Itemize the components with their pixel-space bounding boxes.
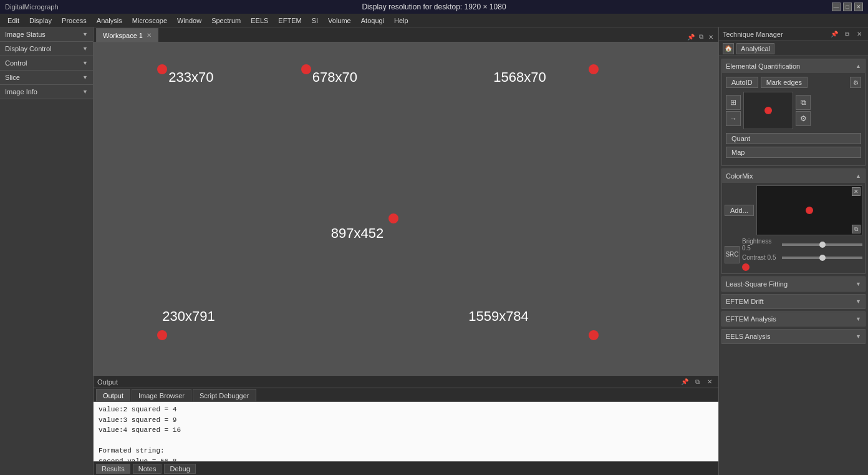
eq-gear-button[interactable]: ⚙: [850, 77, 861, 88]
technique-header-least-square-fitting[interactable]: Least-Square Fitting▼: [722, 277, 865, 291]
eq-action-map[interactable]: Map: [726, 147, 861, 158]
technique-header-colormix[interactable]: ColorMix▲: [722, 169, 865, 183]
output-pin-button[interactable]: 📌: [680, 377, 690, 387]
colormix-slider-row: SRCBrightness 0.5Contrast 0.5: [725, 238, 862, 271]
nav-label[interactable]: Analytical: [736, 43, 774, 54]
eq-arrow-icon[interactable]: →: [726, 111, 741, 126]
sidebar-section-image-status: Image Status▼: [0, 27, 93, 42]
colormix-slider-1[interactable]: [782, 257, 862, 259]
sidebar-arrow-image-info: ▼: [82, 89, 88, 95]
menu-item-eftem[interactable]: EFTEM: [273, 16, 306, 26]
right-panel-float-button[interactable]: ⧉: [842, 29, 852, 39]
output-footer-tab-results[interactable]: Results: [96, 464, 130, 474]
tab-close-panel-button[interactable]: ✕: [706, 32, 716, 42]
menu-item-spectrum[interactable]: Spectrum: [206, 16, 246, 26]
sidebar-header-image-info[interactable]: Image Info▼: [0, 85, 93, 99]
corner-dot-bl: [157, 330, 167, 340]
center-dot: [388, 213, 398, 223]
output-line: [99, 436, 713, 446]
technique-header-eftem-analysis[interactable]: EFTEM Analysis▼: [722, 312, 865, 326]
menu-item-window[interactable]: Window: [172, 16, 206, 26]
technique-label-eels-analysis: EELS Analysis: [726, 333, 771, 340]
menu-item-si[interactable]: SI: [307, 16, 323, 26]
tab-float-button[interactable]: ⧉: [696, 32, 706, 42]
right-panel-close-button[interactable]: ✕: [854, 29, 864, 39]
output-close-button[interactable]: ✕: [705, 377, 715, 387]
right-panel-title: Technique Manager: [723, 31, 783, 38]
center-area: Workspace 1 ✕ 📌 ⧉ ✕ 233x70 678x70 1568x7…: [94, 27, 718, 475]
output-content: value:2 squared = 4 value:3 squared = 9 …: [94, 402, 718, 461]
eq-action-quant[interactable]: Quant: [726, 133, 861, 144]
corner-dot-tc: [301, 64, 311, 74]
eq-btn-autoid[interactable]: AutoID: [726, 77, 758, 88]
sidebar-header-display-control[interactable]: Display Control▼: [0, 42, 93, 56]
eq-btn-mark-edges[interactable]: Mark edges: [761, 77, 808, 88]
tab-pin-button[interactable]: 📌: [686, 32, 696, 42]
workspace-tab[interactable]: Workspace 1 ✕: [96, 28, 158, 42]
coord-bl: 230x791: [162, 308, 215, 325]
close-button[interactable]: ✕: [854, 2, 863, 11]
sidebar-arrow-slice: ▼: [82, 74, 88, 81]
output-line: value:4 squared = 16: [99, 425, 713, 436]
right-panel-pin-button[interactable]: 📌: [829, 29, 839, 39]
eq-copy-icon[interactable]: ⧉: [796, 95, 811, 110]
technique-arrow-colormix: ▲: [856, 173, 861, 179]
sidebar-header-slice[interactable]: Slice▼: [0, 71, 93, 84]
output-tab-script-debugger[interactable]: Script Debugger: [193, 389, 256, 401]
output-footer-tab-notes[interactable]: Notes: [133, 464, 162, 474]
menu-item-edit[interactable]: Edit: [2, 16, 24, 26]
menu-item-help[interactable]: Help: [389, 16, 413, 26]
output-footer-tab-debug[interactable]: Debug: [164, 464, 195, 474]
output-float-button[interactable]: ⧉: [692, 377, 702, 387]
technique-label-colormix: ColorMix: [726, 172, 753, 180]
eq-table-icon[interactable]: ⊞: [726, 95, 741, 110]
workspace-area: 233x70 678x70 1568x70 230x791 1559x784 8…: [94, 42, 718, 375]
output-line: value:2 squared = 4: [99, 404, 713, 415]
colormix-close-button[interactable]: ✕: [852, 187, 861, 196]
maximize-button[interactable]: □: [843, 2, 852, 11]
eq-settings-icon[interactable]: ⚙: [796, 111, 811, 126]
menu-item-volume[interactable]: Volume: [323, 16, 356, 26]
minimize-button[interactable]: —: [832, 2, 841, 11]
left-sidebar: Image Status▼Display Control▼Control▼Sli…: [0, 27, 94, 475]
menu-item-atoqugi[interactable]: Atoqugi: [356, 16, 389, 26]
sidebar-label-image-info: Image Info: [5, 88, 37, 95]
title-bar: DigitalMicrograph Display resolution for…: [0, 0, 868, 14]
technique-header-eftem-drift[interactable]: EFTEM Drift▼: [722, 295, 865, 308]
output-tab-image-browser[interactable]: Image Browser: [132, 389, 191, 401]
sidebar-arrow-control: ▼: [82, 60, 88, 66]
menu-item-microscope[interactable]: Microscope: [127, 16, 172, 26]
colormix-src-button[interactable]: SRC: [725, 246, 740, 263]
technique-label-eftem-analysis: EFTEM Analysis: [726, 315, 776, 323]
sidebar-header-image-status[interactable]: Image Status▼: [0, 27, 93, 41]
output-panel: Output 📌 ⧉ ✕ OutputImage BrowserScript D…: [94, 375, 718, 475]
menu-item-display[interactable]: Display: [24, 16, 57, 26]
sidebar-section-slice: Slice▼: [0, 71, 93, 85]
technique-arrow-least-square-fitting: ▼: [856, 281, 861, 287]
nav-home-button[interactable]: 🏠: [723, 43, 734, 54]
coord-tr: 1568x70: [493, 69, 546, 86]
colormix-inner-dot: [742, 263, 750, 271]
output-header: Output 📌 ⧉ ✕: [94, 376, 718, 388]
technique-header-eels-analysis[interactable]: EELS Analysis▼: [722, 330, 865, 343]
corner-dot-tr: [589, 64, 599, 74]
output-tab-output[interactable]: Output: [96, 389, 130, 401]
colormix-add-button[interactable]: Add...: [725, 205, 754, 216]
sidebar-header-control[interactable]: Control▼: [0, 56, 93, 70]
technique-header-elemental-quantification[interactable]: Elemental Quantification▲: [722, 59, 865, 73]
tab-close-button[interactable]: ✕: [147, 32, 152, 39]
coord-tl: 233x70: [168, 69, 213, 86]
colormix-slider-0[interactable]: [782, 243, 862, 246]
colormix-expand-button[interactable]: ⧉: [852, 225, 861, 233]
eq-icons-row: ⊞→⧉⚙: [726, 92, 861, 129]
technique-section-elemental-quantification: Elemental Quantification▲AutoIDMark edge…: [721, 59, 866, 166]
technique-label-elemental-quantification: Elemental Quantification: [726, 62, 800, 70]
coord-center: 897x452: [331, 225, 383, 242]
technique-arrow-eels-analysis: ▼: [856, 333, 861, 340]
eq-buttons-row: AutoIDMark edges⚙: [726, 77, 861, 88]
menu-item-eels[interactable]: EELS: [246, 16, 273, 26]
main-layout: Image Status▼Display Control▼Control▼Sli…: [0, 27, 868, 475]
colormix-slider-label-1: Contrast 0.5: [742, 254, 779, 261]
menu-item-process[interactable]: Process: [57, 16, 92, 26]
menu-item-analysis[interactable]: Analysis: [92, 16, 127, 26]
